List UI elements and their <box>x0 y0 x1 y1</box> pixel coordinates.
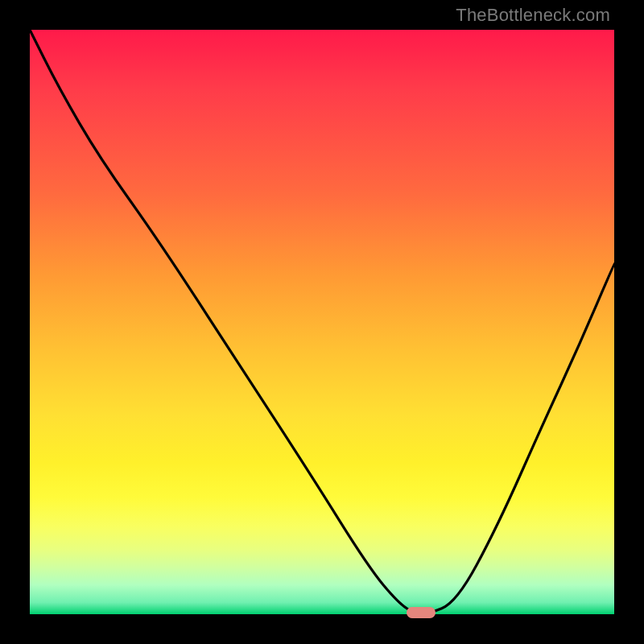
optimal-marker <box>407 607 436 618</box>
watermark-label: TheBottleneck.com <box>456 5 610 26</box>
bottleneck-curve <box>30 30 614 614</box>
plot-area <box>30 30 614 614</box>
chart-frame: TheBottleneck.com <box>0 0 644 644</box>
